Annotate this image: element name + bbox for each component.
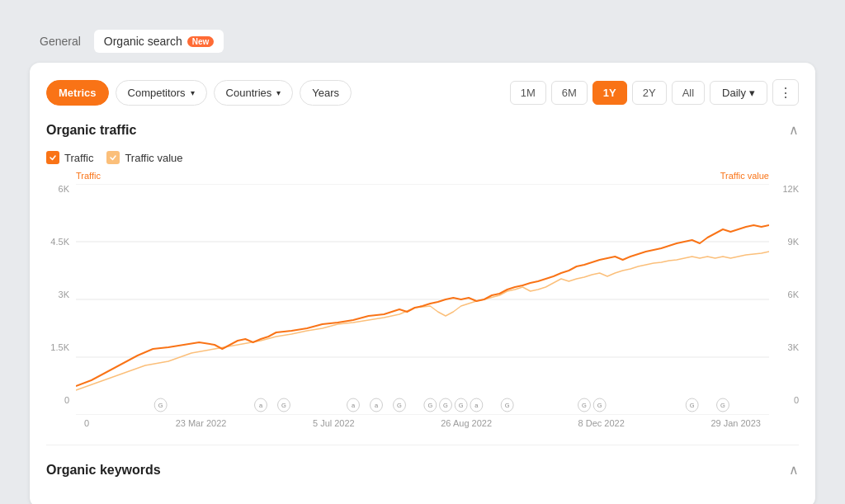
organic-keywords-section: Organic keywords ∧ bbox=[46, 462, 799, 478]
svg-text:a: a bbox=[375, 402, 379, 409]
main-card: Metrics Competitors ▾ Countries ▾ Years … bbox=[30, 63, 815, 504]
svg-text:a: a bbox=[474, 402, 479, 409]
x-axis-labels: 0 23 Mar 2022 5 Jul 2022 26 Aug 2022 8 D… bbox=[76, 418, 769, 428]
organic-traffic-header: Organic traffic ∧ bbox=[46, 122, 799, 138]
x-label-0: 0 bbox=[84, 418, 89, 428]
countries-button[interactable]: Countries ▾ bbox=[214, 80, 294, 106]
toolbar-left: Metrics Competitors ▾ Countries ▾ Years bbox=[46, 80, 352, 106]
traffic-chart-area: Traffic Traffic value 0 1.5K 3K 4.5K 6K bbox=[46, 171, 799, 428]
more-options-button[interactable]: ⋮ bbox=[772, 79, 799, 106]
tab-general[interactable]: General bbox=[33, 31, 87, 51]
y-left-1: 1.5K bbox=[46, 342, 69, 352]
organic-traffic-section: Organic traffic ∧ Traffic bbox=[46, 122, 799, 428]
frequency-chevron-icon: ▾ bbox=[749, 87, 755, 99]
organic-keywords-header: Organic keywords ∧ bbox=[46, 462, 799, 478]
svg-text:G: G bbox=[459, 402, 464, 409]
section-divider bbox=[46, 445, 799, 445]
tab-organic-search-label: Organic search bbox=[104, 35, 182, 48]
y-left-0: 0 bbox=[46, 395, 69, 405]
organic-keywords-title: Organic keywords bbox=[46, 463, 161, 478]
traffic-value-label: Traffic value bbox=[125, 152, 182, 164]
toolbar: Metrics Competitors ▾ Countries ▾ Years … bbox=[46, 79, 799, 106]
svg-text:G: G bbox=[582, 402, 587, 409]
chart-svg: G a G a a G bbox=[76, 184, 769, 415]
years-button[interactable]: Years bbox=[300, 80, 352, 106]
outer-container: General Organic search New Metrics Compe… bbox=[17, 16, 828, 504]
y-right-2: 6K bbox=[772, 290, 799, 299]
traffic-label: Traffic bbox=[64, 152, 93, 164]
organic-traffic-title: Organic traffic bbox=[46, 123, 136, 138]
metrics-button[interactable]: Metrics bbox=[46, 80, 109, 106]
svg-text:G: G bbox=[281, 402, 286, 409]
collapse-keywords-icon[interactable]: ∧ bbox=[789, 462, 799, 478]
frequency-button[interactable]: Daily ▾ bbox=[710, 81, 767, 105]
traffic-axis-label: Traffic bbox=[76, 171, 101, 181]
more-dots-icon: ⋮ bbox=[779, 85, 792, 101]
competitors-button[interactable]: Competitors ▾ bbox=[116, 80, 207, 106]
y-left-3: 4.5K bbox=[46, 237, 69, 247]
svg-text:G: G bbox=[690, 402, 695, 409]
traffic-value-checkbox[interactable] bbox=[106, 151, 120, 164]
x-label-mar: 23 Mar 2022 bbox=[176, 418, 227, 428]
toolbar-right: 1M 6M 1Y 2Y All Daily ▾ ⋮ bbox=[510, 79, 799, 106]
collapse-traffic-icon[interactable]: ∧ bbox=[789, 122, 799, 138]
x-label-jan: 29 Jan 2023 bbox=[710, 418, 761, 428]
svg-text:G: G bbox=[397, 402, 402, 409]
top-tabs: General Organic search New bbox=[30, 30, 815, 53]
y-axis-left: 0 1.5K 3K 4.5K 6K bbox=[46, 184, 73, 405]
event-markers: G a G a a G bbox=[154, 398, 729, 412]
svg-text:G: G bbox=[720, 402, 725, 409]
traffic-checkbox[interactable] bbox=[46, 151, 59, 164]
period-all-button[interactable]: All bbox=[672, 81, 705, 105]
x-label-aug: 26 Aug 2022 bbox=[441, 418, 492, 428]
y-right-0: 0 bbox=[772, 395, 799, 405]
countries-chevron-icon: ▾ bbox=[276, 88, 281, 97]
y-right-1: 3K bbox=[772, 342, 799, 352]
traffic-legend: Traffic Traffic value bbox=[46, 151, 799, 164]
new-badge: New bbox=[187, 36, 215, 47]
chart-with-axes: 0 1.5K 3K 4.5K 6K bbox=[46, 184, 799, 428]
svg-text:G: G bbox=[443, 402, 448, 409]
y-axis-right: 0 3K 6K 9K 12K bbox=[769, 184, 799, 405]
period-6m-button[interactable]: 6M bbox=[551, 81, 588, 105]
chart-inner: G a G a a G bbox=[76, 184, 769, 428]
y-left-4: 6K bbox=[46, 184, 69, 194]
period-2y-button[interactable]: 2Y bbox=[632, 81, 667, 105]
tab-organic-search[interactable]: Organic search New bbox=[94, 30, 224, 53]
period-1y-button[interactable]: 1Y bbox=[592, 81, 627, 105]
svg-text:a: a bbox=[352, 402, 356, 409]
svg-text:G: G bbox=[597, 402, 602, 409]
period-1m-button[interactable]: 1M bbox=[510, 81, 546, 105]
traffic-value-legend-item[interactable]: Traffic value bbox=[106, 151, 182, 164]
competitors-chevron-icon: ▾ bbox=[191, 88, 195, 97]
svg-text:G: G bbox=[505, 402, 510, 409]
x-label-dec: 8 Dec 2022 bbox=[578, 418, 625, 428]
y-left-2: 3K bbox=[46, 290, 69, 299]
svg-text:G: G bbox=[158, 402, 163, 409]
traffic-value-axis-label: Traffic value bbox=[720, 171, 769, 181]
y-right-3: 9K bbox=[772, 237, 799, 247]
x-label-jul: 5 Jul 2022 bbox=[313, 418, 355, 428]
svg-text:a: a bbox=[259, 402, 263, 409]
traffic-legend-item[interactable]: Traffic bbox=[46, 151, 93, 164]
y-right-4: 12K bbox=[772, 184, 799, 194]
svg-text:G: G bbox=[427, 402, 432, 409]
